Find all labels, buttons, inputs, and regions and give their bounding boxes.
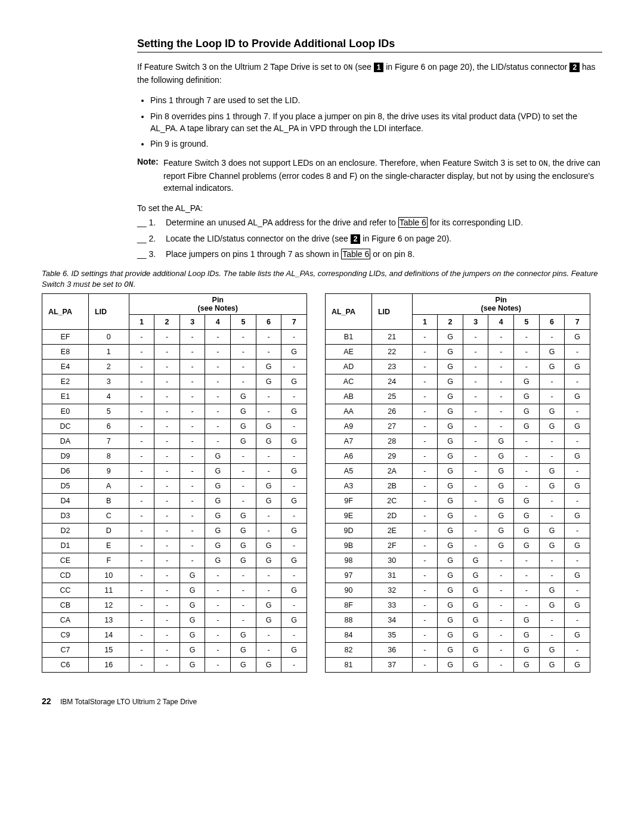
cell-pin: -: [539, 553, 565, 568]
cell-pin: -: [179, 345, 205, 360]
cell-pin: -: [205, 643, 231, 658]
cell-pin: -: [463, 538, 488, 553]
cell-lid: A: [88, 479, 129, 494]
cell-pin: G: [514, 628, 540, 643]
cell-pin: -: [205, 330, 231, 345]
cell-pin: G: [514, 389, 540, 404]
table-row: 9E 2D -G-GG-G: [326, 509, 590, 524]
cell-pin: -: [129, 524, 154, 538]
cell-pin: G: [539, 524, 565, 538]
cell-pin: -: [412, 494, 438, 509]
cell-lid: 5: [88, 404, 129, 419]
cell-pin: G: [514, 524, 540, 538]
cell-pin: -: [463, 494, 488, 509]
cell-pin: -: [412, 345, 438, 360]
note-label: Note:: [137, 157, 159, 166]
cell-pin: -: [463, 464, 488, 479]
cell-pin: G: [565, 598, 590, 613]
caption-period: .: [134, 280, 136, 289]
cell-pin: -: [179, 360, 205, 374]
cell-pin: -: [488, 419, 514, 434]
table-row: E8 1 ------G: [42, 345, 307, 360]
cell-pin: -: [463, 345, 488, 360]
cell-pin: -: [281, 628, 307, 643]
cell-pin: G: [539, 598, 565, 613]
table-row: C6 16 --G-GG-: [42, 658, 307, 673]
cell-pin: G: [231, 658, 256, 673]
table-row: AE 22 -G---G-: [326, 345, 590, 360]
cell-lid: 2C: [371, 494, 412, 509]
cell-pin: -: [565, 613, 590, 628]
table-row: 8F 33 -GG--GG: [326, 598, 590, 613]
cell-pin: -: [179, 449, 205, 464]
cell-pin: -: [231, 598, 256, 613]
cell-pin: -: [412, 360, 438, 374]
cell-pin: G: [539, 404, 565, 419]
cell-pin: -: [488, 568, 514, 583]
cell-pin: G: [514, 613, 540, 628]
cell-lid: 2B: [371, 479, 412, 494]
cell-pin: -: [154, 509, 180, 524]
table-row: AC 24 -G--G--: [326, 374, 590, 389]
cell-pin: -: [231, 464, 256, 479]
cell-pin: G: [281, 553, 307, 568]
cell-alpa: 81: [326, 658, 372, 673]
cell-pin: -: [488, 628, 514, 643]
cell-pin: G: [231, 419, 256, 434]
cell-pin: -: [154, 494, 180, 509]
table-row: C9 14 --G-G--: [42, 628, 307, 643]
cell-pin: -: [565, 464, 590, 479]
cell-pin: -: [281, 449, 307, 464]
cell-pin: -: [129, 583, 154, 598]
cell-pin: G: [256, 419, 281, 434]
table-row: A7 28 -G-G---: [326, 434, 590, 449]
cell-alpa: D4: [42, 494, 89, 509]
cell-pin: G: [438, 374, 463, 389]
table-row: DC 6 ----GG-: [42, 419, 307, 434]
cell-pin: -: [514, 449, 540, 464]
table-row: CA 13 --G--GG: [42, 613, 307, 628]
cell-pin: -: [205, 583, 231, 598]
cell-pin: -: [154, 434, 180, 449]
cell-pin: -: [565, 494, 590, 509]
table-xref[interactable]: Table 6: [341, 249, 370, 259]
cell-pin: G: [256, 658, 281, 673]
cell-pin: G: [438, 404, 463, 419]
cell-pin: G: [281, 613, 307, 628]
cell-pin: -: [281, 419, 307, 434]
cell-pin: G: [205, 494, 231, 509]
bullet-list: Pins 1 through 7 are used to set the LID…: [137, 94, 602, 150]
cell-pin: -: [154, 643, 180, 658]
hdr-pin-2: 2: [154, 315, 180, 330]
cell-alpa: 84: [326, 628, 372, 643]
cell-pin: G: [438, 643, 463, 658]
cell-alpa: A7: [326, 434, 372, 449]
step-number: __ 1.: [137, 216, 156, 228]
cell-pin: G: [565, 360, 590, 374]
cell-pin: G: [438, 360, 463, 374]
cell-pin: -: [281, 330, 307, 345]
cell-pin: -: [281, 598, 307, 613]
cell-pin: G: [565, 330, 590, 345]
cell-pin: -: [256, 389, 281, 404]
cell-alpa: 8F: [326, 598, 372, 613]
cell-pin: -: [412, 568, 438, 583]
cell-pin: -: [231, 330, 256, 345]
note-body: Feature Switch 3 does not support LEDs o…: [163, 157, 602, 194]
cell-alpa: 90: [326, 583, 372, 598]
cell-pin: G: [488, 509, 514, 524]
cell-lid: 0: [88, 330, 129, 345]
cell-pin: G: [281, 434, 307, 449]
table-row: CC 11 --G---G: [42, 583, 307, 598]
cell-pin: G: [438, 434, 463, 449]
table-row: E0 5 ----G-G: [42, 404, 307, 419]
table-row: A6 29 -G-G--G: [326, 449, 590, 464]
cell-pin: -: [154, 628, 180, 643]
table-row: A9 27 -G--GGG: [326, 419, 590, 434]
table-xref[interactable]: Table 6: [398, 217, 428, 228]
cell-pin: -: [231, 449, 256, 464]
intro-b: (see: [353, 62, 374, 72]
hdr-pin-4: 4: [488, 315, 514, 330]
cell-pin: G: [205, 538, 231, 553]
cell-pin: -: [179, 509, 205, 524]
